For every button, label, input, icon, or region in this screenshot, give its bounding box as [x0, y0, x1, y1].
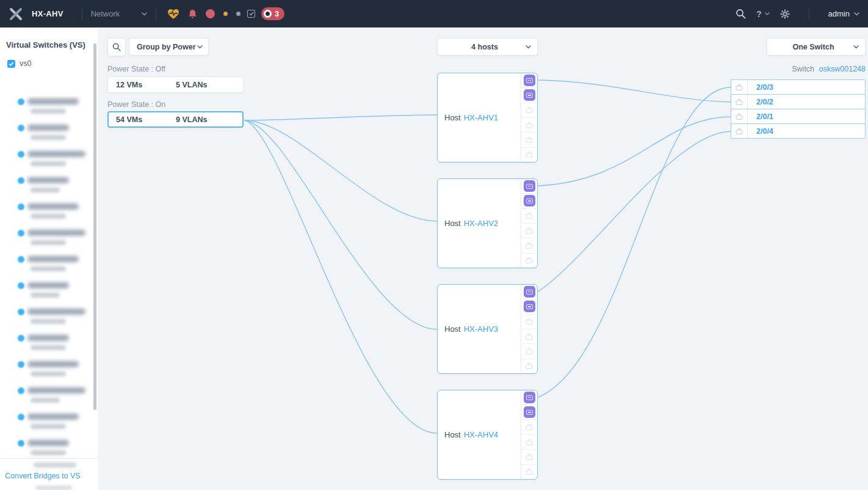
inactive-port-icon	[521, 344, 537, 359]
search-icon[interactable]	[736, 9, 746, 19]
active-nic-icon[interactable]	[524, 195, 535, 207]
vlan-list-item-redacted[interactable]	[0, 201, 92, 227]
vlan-list-item-redacted[interactable]	[0, 148, 92, 175]
power-state-on-group-selected[interactable]: 54 VMs 9 VLANs	[107, 111, 244, 128]
vlan-count: 9 VLANs	[176, 115, 207, 124]
chevron-down-icon	[765, 12, 770, 15]
hosts-selector-dropdown[interactable]: 4 hosts	[437, 38, 538, 56]
nutanix-x-logo[interactable]	[9, 7, 23, 21]
host-label: Host HX-AHV1	[444, 73, 498, 162]
connection-line	[538, 87, 731, 397]
nic-cell	[521, 390, 537, 405]
host-box[interactable]: Host HX-AHV2	[437, 178, 538, 268]
user-menu[interactable]: admin	[828, 9, 859, 18]
vlan-dot-icon	[18, 387, 24, 394]
redacted-vlan-name	[27, 203, 79, 210]
chevron-down-icon	[853, 45, 859, 49]
gear-icon[interactable]	[780, 9, 790, 19]
vlan-list-item-redacted[interactable]	[0, 306, 92, 332]
switch-port-row[interactable]: 2/0/3	[731, 79, 866, 95]
active-nic-icon[interactable]	[524, 180, 535, 192]
connection-line	[245, 120, 436, 329]
active-nic-icon[interactable]	[524, 392, 535, 403]
vlan-list-item-redacted[interactable]	[0, 332, 92, 359]
divider	[809, 8, 809, 20]
host-name-link[interactable]: HX-AHV3	[464, 324, 498, 334]
vlan-dot-icon	[18, 256, 24, 263]
host-prefix: Host	[444, 113, 461, 122]
port-name-link[interactable]: 2/0/3	[748, 80, 865, 94]
vlan-list-item-redacted[interactable]	[0, 385, 92, 411]
port-name-link[interactable]: 2/0/1	[748, 109, 865, 123]
network-visualization-canvas: Group by Power St... 4 hosts One Switch …	[98, 27, 868, 490]
host-box[interactable]: Host HX-AHV3	[437, 284, 538, 374]
vlan-list-item-redacted[interactable]	[0, 175, 92, 201]
power-state-off-label: Power State : Off	[107, 65, 165, 73]
username: admin	[828, 9, 850, 18]
port-name-link[interactable]: 2/0/4	[748, 124, 865, 138]
port-icon	[731, 109, 748, 123]
active-nic-icon[interactable]	[524, 75, 535, 86]
critical-alerts-badge[interactable]: 3	[261, 7, 284, 20]
host-box[interactable]: Host HX-AHV4	[437, 390, 538, 480]
host-name-link[interactable]: HX-AHV4	[464, 430, 498, 439]
chevron-down-icon	[526, 45, 531, 49]
redacted-vlan-subtext	[31, 266, 66, 271]
nic-cell	[521, 285, 537, 299]
group-by-label: Group by Power St...	[137, 43, 197, 51]
canvas-search-button[interactable]	[107, 38, 126, 56]
vlan-list-item-redacted[interactable]	[0, 280, 92, 306]
power-state-off-group[interactable]: 12 VMs 5 VLANs	[107, 76, 244, 93]
chevron-down-icon	[854, 12, 859, 16]
nav-menu-dropdown[interactable]: Network	[91, 9, 148, 18]
switch-name-link[interactable]: osksw001248	[819, 65, 866, 73]
nic-cell	[521, 194, 537, 208]
vlan-dot-icon	[18, 125, 24, 131]
active-nic-icon[interactable]	[524, 89, 535, 101]
inactive-port-icon	[521, 465, 537, 479]
port-name-link[interactable]: 2/0/2	[748, 95, 865, 109]
host-name-link[interactable]: HX-AHV1	[464, 113, 498, 122]
convert-bridges-link[interactable]: Convert Bridges to VS	[5, 472, 81, 480]
health-heart-icon[interactable]	[167, 9, 179, 20]
host-nic-column	[521, 73, 537, 162]
vlan-list-item-redacted[interactable]	[0, 411, 92, 437]
sidebar-virtual-switches: Virtual Switches (VS) vs0	[0, 27, 98, 490]
group-by-dropdown[interactable]: Group by Power St...	[129, 38, 209, 56]
vlan-dot-icon	[18, 414, 24, 420]
port-icon	[731, 124, 748, 138]
inactive-port-icon	[521, 329, 537, 344]
vlan-list-item-redacted[interactable]	[0, 227, 92, 254]
switch-port-row[interactable]: 2/0/2	[731, 94, 866, 109]
inactive-port-icon	[521, 148, 537, 162]
redacted-footer-text	[35, 486, 72, 490]
tasks-checkbox-icon[interactable]	[247, 10, 255, 18]
host-nic-column	[521, 390, 537, 479]
nic-cell	[521, 179, 537, 194]
vlan-list-item-redacted[interactable]	[0, 359, 92, 385]
checkbox-checked-icon[interactable]	[7, 60, 15, 68]
switch-selector-dropdown[interactable]: One Switch	[767, 38, 866, 56]
sidebar-scrollbar[interactable]	[93, 43, 96, 410]
active-nic-icon[interactable]	[524, 286, 535, 298]
active-nic-icon[interactable]	[524, 406, 535, 418]
vlan-list-item-redacted[interactable]	[0, 96, 92, 122]
nic-cell	[521, 73, 537, 88]
host-prefix: Host	[444, 219, 461, 228]
vlan-dot-icon	[18, 335, 24, 342]
vlan-list-item-redacted[interactable]	[0, 122, 92, 148]
help-menu[interactable]: ?	[756, 9, 770, 19]
host-nic-column	[521, 179, 537, 268]
alerts-bell-icon[interactable]	[188, 9, 197, 19]
switch-selector-label: One Switch	[773, 43, 853, 51]
status-dot-red[interactable]	[206, 9, 215, 18]
redacted-vlan-subtext	[31, 345, 66, 350]
host-name-link[interactable]: HX-AHV2	[464, 219, 498, 228]
vlan-list-item-redacted[interactable]	[0, 254, 92, 280]
switch-port-row[interactable]: 2/0/4	[731, 123, 866, 139]
switch-port-row[interactable]: 2/0/1	[731, 109, 866, 124]
vlan-dot-icon	[18, 440, 24, 447]
active-nic-icon[interactable]	[524, 301, 535, 312]
host-box[interactable]: Host HX-AHV1	[437, 73, 538, 163]
vs0-checkbox-row[interactable]: vs0	[7, 59, 98, 68]
